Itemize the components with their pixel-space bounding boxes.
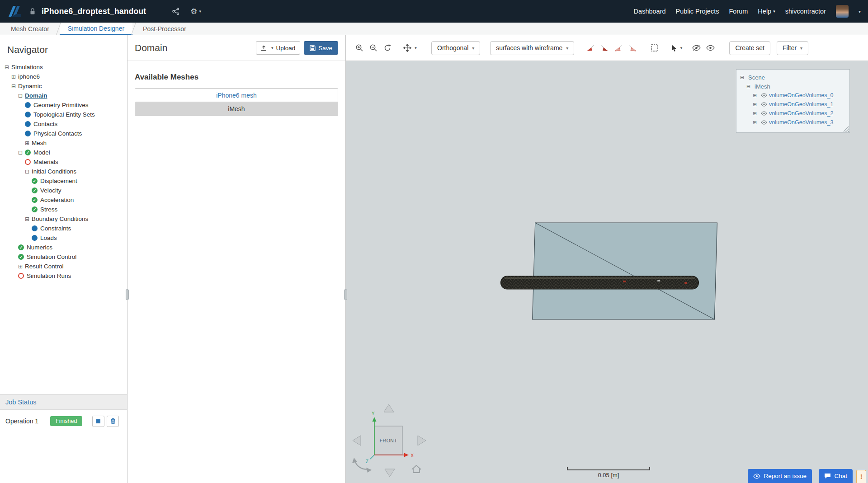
collapse-icon[interactable]: ⊟	[5, 64, 11, 70]
tree-item-displacement[interactable]: ✓Displacement	[0, 176, 127, 186]
visibility-eye-icon[interactable]	[761, 102, 767, 107]
clip-plane-button-2[interactable]	[598, 42, 610, 54]
tab-post-processor[interactable]: Post-Processor	[135, 23, 194, 35]
rotate-right-arrow[interactable]	[418, 436, 426, 445]
user-avatar[interactable]	[836, 5, 849, 18]
tree-item-loads[interactable]: Loads	[0, 233, 127, 243]
tree-item-mesh[interactable]: ⊞Mesh	[0, 138, 127, 148]
tab-simulation-designer[interactable]: Simulation Designer	[60, 23, 132, 35]
tree-item-dynamic[interactable]: ⊟Dynamic	[0, 81, 127, 91]
nav-forum[interactable]: Forum	[729, 8, 748, 15]
app-logo[interactable]	[7, 5, 23, 18]
expand-icon[interactable]: ⊞	[25, 140, 32, 146]
user-menu-caret-icon[interactable]: ▾	[859, 9, 861, 14]
scene-volume-row-volumeongeovolumes-0[interactable]: ⊞volumeOnGeoVolumes_0	[740, 91, 846, 100]
show-all-button[interactable]	[704, 42, 717, 54]
filter-dropdown[interactable]: Filter ▾	[777, 41, 808, 55]
mesh-item-iphone6-mesh[interactable]: iPhone6 mesh	[135, 89, 338, 102]
collapse-icon[interactable]: ⊟	[25, 216, 32, 222]
scene-mesh-row[interactable]: ⊟ iMesh	[740, 82, 846, 91]
hide-entity-button[interactable]	[690, 42, 703, 54]
stop-operation-button[interactable]	[92, 416, 104, 427]
collapse-icon[interactable]: ⊟	[11, 83, 18, 89]
tree-item-topological-entity-sets[interactable]: Topological Entity Sets	[0, 110, 127, 119]
visibility-eye-icon[interactable]	[761, 93, 767, 98]
tree-item-physical-contacts[interactable]: Physical Contacts	[0, 129, 127, 138]
share-icon[interactable]	[172, 8, 179, 15]
nav-public-projects[interactable]: Public Projects	[676, 8, 719, 15]
scene-tree-resize-grip[interactable]	[844, 127, 849, 132]
select-tool-button[interactable]: ▾	[668, 42, 685, 54]
nav-username[interactable]: shivcontractor	[785, 8, 826, 15]
tree-item-numerics[interactable]: ✓Numerics	[0, 243, 127, 252]
tree-item-simulation-runs[interactable]: Simulation Runs	[0, 271, 127, 281]
domain-resize-grip[interactable]	[344, 289, 347, 300]
upload-button[interactable]: ▾ Upload	[256, 41, 300, 55]
create-set-button[interactable]: Create set	[729, 41, 770, 55]
scene-volume-row-volumeongeovolumes-2[interactable]: ⊞volumeOnGeoVolumes_2	[740, 109, 846, 118]
tree-item-constraints[interactable]: Constraints	[0, 224, 127, 233]
navigator-resize-grip[interactable]	[126, 289, 129, 300]
volume-link[interactable]: volumeOnGeoVolumes_2	[769, 110, 833, 117]
view-navigation-widget[interactable]: FRONT Y X Z	[346, 401, 436, 482]
volume-link[interactable]: volumeOnGeoVolumes_0	[769, 92, 833, 98]
zoom-in-button[interactable]	[353, 42, 365, 54]
collapse-icon[interactable]: ⊟	[740, 75, 746, 80]
tab-mesh-creator[interactable]: Mesh Creator	[3, 23, 57, 35]
tree-item-result-control[interactable]: ⊞Result Control	[0, 262, 127, 271]
reset-view-button[interactable]	[381, 42, 393, 54]
clip-plane-button-4[interactable]	[626, 42, 638, 54]
expand-icon[interactable]: ⊞	[18, 263, 25, 270]
tree-item-stress[interactable]: ✓Stress	[0, 205, 127, 214]
tree-item-model[interactable]: ⊟✓Model	[0, 148, 127, 157]
delete-operation-button[interactable]	[107, 416, 119, 427]
box-select-button[interactable]	[648, 42, 660, 54]
expand-icon[interactable]: ⊞	[753, 111, 759, 117]
clip-plane-button-3[interactable]	[612, 42, 624, 54]
rotate-up-arrow[interactable]	[384, 404, 394, 412]
tree-item-initial-conditions[interactable]: ⊟Initial Conditions	[0, 167, 127, 176]
mesh-item-imesh[interactable]: iMesh	[135, 102, 338, 116]
tree-item-geometry-primitives[interactable]: Geometry Primitives	[0, 100, 127, 110]
report-issue-button[interactable]: Report an issue	[748, 469, 812, 483]
volume-link[interactable]: volumeOnGeoVolumes_3	[769, 119, 833, 126]
tree-item-domain[interactable]: ⊟Domain	[0, 91, 127, 100]
tree-item-simulations[interactable]: ⊟Simulations	[0, 62, 127, 72]
tree-item-iphone6[interactable]: ⊞iphone6	[0, 72, 127, 81]
expand-icon[interactable]: ⊞	[753, 120, 759, 126]
tree-item-acceleration[interactable]: ✓Acceleration	[0, 195, 127, 205]
chat-button[interactable]: Chat	[819, 469, 853, 483]
clip-plane-button-1[interactable]	[584, 42, 596, 54]
save-button[interactable]: Save	[304, 41, 338, 55]
alert-button[interactable]: !	[856, 470, 866, 483]
home-view-icon[interactable]	[412, 465, 421, 473]
tree-item-contacts[interactable]: Contacts	[0, 119, 127, 129]
collapse-icon[interactable]: ⊟	[25, 169, 32, 175]
tree-item-simulation-control[interactable]: ✓Simulation Control	[0, 252, 127, 262]
expand-icon[interactable]: ⊞	[753, 102, 759, 108]
collapse-icon[interactable]: ⊟	[746, 84, 753, 89]
projection-dropdown[interactable]: Orthogonal ▾	[431, 41, 480, 55]
scene-volume-row-volumeongeovolumes-3[interactable]: ⊞volumeOnGeoVolumes_3	[740, 118, 846, 127]
scene-root-row[interactable]: ⊟ Scene	[740, 73, 846, 82]
render-mode-dropdown[interactable]: surfaces with wireframe ▾	[490, 41, 574, 55]
volume-link[interactable]: volumeOnGeoVolumes_1	[769, 101, 833, 108]
pan-tool-button[interactable]: ▾	[401, 42, 419, 54]
nav-dashboard[interactable]: Dashboard	[634, 8, 666, 15]
rotate-down-arrow[interactable]	[385, 469, 395, 477]
settings-gear-icon[interactable]: ⚙ ▾	[190, 7, 201, 16]
zoom-out-button[interactable]	[367, 42, 379, 54]
visibility-eye-icon[interactable]	[761, 111, 767, 116]
tree-item-boundary-conditions[interactable]: ⊟Boundary Conditions	[0, 214, 127, 224]
expand-icon[interactable]: ⊞	[11, 74, 18, 80]
scene-volume-row-volumeongeovolumes-1[interactable]: ⊞volumeOnGeoVolumes_1	[740, 100, 846, 109]
collapse-icon[interactable]: ⊟	[18, 150, 25, 156]
visibility-eye-icon[interactable]	[761, 120, 767, 125]
collapse-icon[interactable]: ⊟	[18, 93, 25, 99]
nav-help[interactable]: Help▾	[758, 8, 775, 15]
tree-item-velocity[interactable]: ✓Velocity	[0, 186, 127, 195]
tree-item-materials[interactable]: Materials	[0, 157, 127, 167]
expand-icon[interactable]: ⊞	[753, 93, 759, 98]
rotate-left-arrow[interactable]	[353, 436, 361, 445]
viewport-canvas[interactable]: ⊟ Scene ⊟ iMesh ⊞volumeOnGeoVolumes_0⊞vo…	[346, 61, 868, 483]
